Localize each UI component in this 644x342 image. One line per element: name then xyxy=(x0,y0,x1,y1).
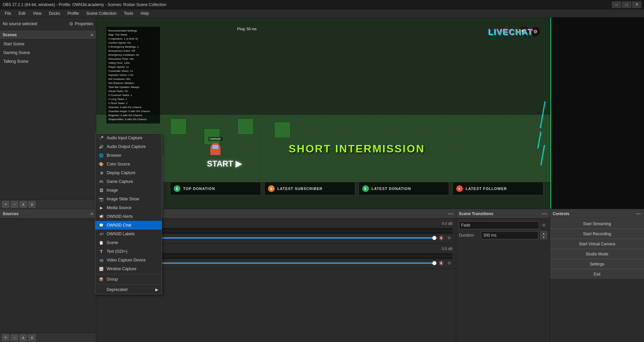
right-chat-panel xyxy=(550,17,644,209)
ctx-scene[interactable]: 📋 Scene xyxy=(95,238,162,247)
ctx-group[interactable]: 📦 Group xyxy=(95,275,162,284)
scene-down-button[interactable]: ∨ xyxy=(28,201,36,208)
duration-down-button[interactable]: ▼ xyxy=(540,235,547,239)
properties-label[interactable]: Properties xyxy=(75,21,93,26)
ctx-image[interactable]: 🖼 Image xyxy=(95,186,162,195)
transition-content: Fade Cut Swipe Slide Stinger Luma Wipe ⚙… xyxy=(456,218,550,242)
settings-button[interactable]: Settings xyxy=(550,259,644,269)
left-panel: No source selected ⚙ Properties Scenes ≡… xyxy=(0,17,96,209)
mute-btn-overlay[interactable]: 🔇 xyxy=(438,235,444,241)
start-streaming-button[interactable]: Start Streaming xyxy=(550,218,644,229)
ctx-image-slideshow-label: Image Slide Show xyxy=(107,197,139,201)
ctx-image-slideshow[interactable]: 📷 Image Slide Show xyxy=(95,195,162,203)
scene-add-button[interactable]: + xyxy=(2,201,9,208)
menu-profile[interactable]: Profile xyxy=(64,10,82,16)
window-capture-icon: 🪟 xyxy=(99,266,104,272)
menu-edit[interactable]: Edit xyxy=(15,10,29,16)
minimize-button[interactable]: ─ xyxy=(612,1,621,8)
scenes-footer: + − ∧ ∨ xyxy=(0,199,96,209)
media-source-icon: ▶ xyxy=(99,205,104,210)
gear-btn-webcam[interactable]: ⚙ xyxy=(446,260,452,266)
controls-minimize[interactable]: — xyxy=(636,211,641,217)
ctx-own3d-labels[interactable]: 🏷 OWN3D Labels xyxy=(95,230,162,238)
ctx-video-capture[interactable]: 📹 Video Capture Device xyxy=(95,256,162,264)
group-icon: 📦 xyxy=(99,277,104,282)
audio-mixer-minimize[interactable]: — xyxy=(448,211,453,217)
preview-panel[interactable]: Recommended Settings Map: The Skeld # Im… xyxy=(96,17,550,209)
ctx-media-source-label: Media Source xyxy=(107,205,131,210)
audio-output-icon: 🔊 xyxy=(99,144,104,149)
latest-subscriber-label: LATEST SUBSCRIBER xyxy=(277,187,323,191)
start-virtual-camera-button[interactable]: Start Virtual Camera xyxy=(550,239,644,249)
latest-donation-label: LATEST DONATION xyxy=(372,187,411,191)
settings-text: Recommended Settings Map: The Skeld # Im… xyxy=(108,29,158,121)
menu-file[interactable]: File xyxy=(1,10,14,16)
transition-select[interactable]: Fade Cut Swipe Slide Stinger Luma Wipe xyxy=(459,221,539,229)
menu-scene-collection[interactable]: Scene Collection xyxy=(83,10,120,16)
browser-icon: 🌐 xyxy=(99,153,104,158)
ctx-audio-input-label: Audio Input Capture xyxy=(107,136,143,140)
mute-btn-webcam[interactable]: 🔇 xyxy=(438,260,444,266)
menu-tools[interactable]: Tools xyxy=(120,10,137,16)
close-button[interactable]: ✕ xyxy=(632,1,641,8)
sources-list xyxy=(0,218,96,333)
transition-gear-button[interactable]: ⚙ xyxy=(540,222,547,229)
ctx-own3d-chat[interactable]: 💬 OWN3D Chat xyxy=(95,221,162,230)
ctx-audio-input[interactable]: 🎤 Audio Input Capture xyxy=(95,134,162,142)
menu-view[interactable]: View xyxy=(30,10,45,16)
latest-subscriber-icon: ★ xyxy=(268,185,275,192)
source-remove-button[interactable]: − xyxy=(11,334,18,341)
scene-item-start[interactable]: Start Scene xyxy=(0,40,96,48)
exit-button[interactable]: Exit xyxy=(550,269,644,279)
transition-select-row: Fade Cut Swipe Slide Stinger Luma Wipe ⚙ xyxy=(459,221,547,229)
main-layout: No source selected ⚙ Properties Scenes ≡… xyxy=(0,17,644,342)
controls-header: Controls — xyxy=(550,209,644,218)
latest-subscriber-panel: ★ LATEST SUBSCRIBER xyxy=(264,182,355,195)
maximize-button[interactable]: □ xyxy=(622,1,631,8)
latest-donation-panel: $ LATEST DONATION xyxy=(359,182,449,195)
ctx-own3d-chat-label: OWN3D Chat xyxy=(107,223,131,228)
source-up-button[interactable]: ∧ xyxy=(19,334,27,341)
ctx-separator xyxy=(95,274,162,274)
sources-title: Sources xyxy=(3,211,18,216)
ctx-media-source[interactable]: ▶ Media Source xyxy=(95,203,162,212)
crate-2 xyxy=(237,118,254,135)
ctx-own3d-alerts[interactable]: 📢 OWN3D Alerts xyxy=(95,212,162,221)
scene-up-button[interactable]: ∧ xyxy=(19,201,27,208)
duration-up-button[interactable]: ▲ xyxy=(540,231,547,235)
top-donation-label: TOP DONATION xyxy=(183,187,215,191)
ctx-audio-output[interactable]: 🔊 Audio Output Capture xyxy=(95,142,162,151)
no-source-bar: No source selected ⚙ Properties xyxy=(0,17,96,30)
ctx-browser[interactable]: 🌐 Browser xyxy=(95,151,162,160)
scenes-menu-icon[interactable]: ≡ xyxy=(91,32,93,38)
audio-input-icon: 🎤 xyxy=(99,135,104,141)
ctx-window-capture[interactable]: 🪟 Window Capture xyxy=(95,264,162,273)
latest-donation-icon: $ xyxy=(362,185,369,192)
source-down-button[interactable]: ∨ xyxy=(28,334,36,341)
ctx-text-gdi[interactable]: T Text (GDI+) xyxy=(95,247,162,256)
duration-spinner: ▲ ▼ xyxy=(540,231,547,239)
sources-menu-icon[interactable]: ≡ xyxy=(91,211,93,216)
ctx-deprecated[interactable]: Deprecated ▶ xyxy=(95,285,162,294)
scene-item-talking[interactable]: Talking Scene xyxy=(0,57,96,66)
scene-transitions-minimize[interactable]: — xyxy=(542,211,547,217)
source-add-button[interactable]: + xyxy=(2,334,9,341)
gear-btn-overlay[interactable]: ⚙ xyxy=(446,235,452,241)
ctx-display-capture[interactable]: 🖥 Display Capture xyxy=(95,168,162,177)
start-recording-button[interactable]: Start Recording xyxy=(550,229,644,239)
top-row: No source selected ⚙ Properties Scenes ≡… xyxy=(0,17,644,209)
ctx-game-capture[interactable]: 🎮 Game Capture xyxy=(95,177,162,186)
ctx-scene-label: Scene xyxy=(107,240,118,245)
start-arrow: START ▶ xyxy=(207,159,241,168)
menu-docks[interactable]: Docks xyxy=(46,10,63,16)
track-db-overlay: 0.0 dB xyxy=(442,222,452,226)
duration-label: Duration xyxy=(459,233,479,238)
duration-input[interactable] xyxy=(481,231,538,239)
menu-help[interactable]: Help xyxy=(137,10,152,16)
studio-mode-button[interactable]: Studio Mode xyxy=(550,249,644,259)
color-source-icon: 🎨 xyxy=(99,161,104,167)
scene-remove-button[interactable]: − xyxy=(11,201,18,208)
ctx-color-source[interactable]: 🎨 Color Source xyxy=(95,160,162,168)
transition-duration-row: Duration ▲ ▼ xyxy=(459,231,547,239)
scene-item-gaming[interactable]: Gaming Scene xyxy=(0,48,96,57)
